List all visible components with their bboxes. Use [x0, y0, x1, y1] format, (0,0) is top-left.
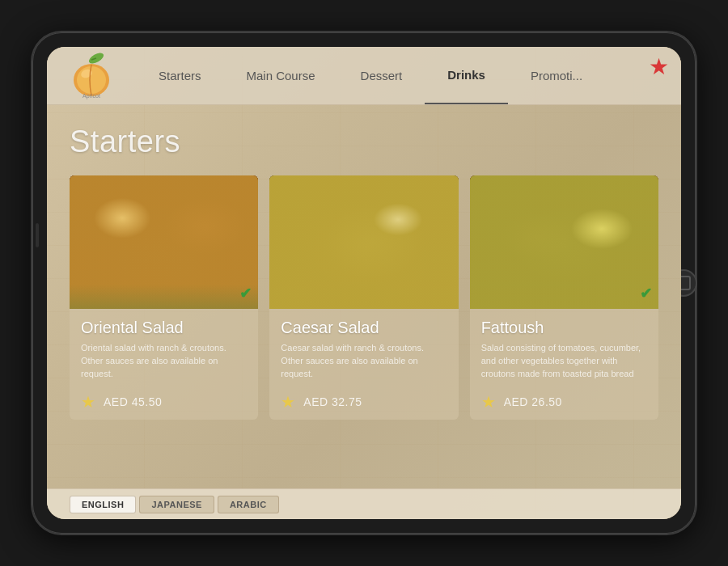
vegetarian-badge-1: ✔: [239, 285, 252, 302]
price-3: AED 26.50: [504, 395, 562, 408]
nav-item-drinks[interactable]: Drinks: [425, 47, 508, 104]
card-footer-3: ★ AED 26.50: [470, 384, 658, 420]
svg-text:Apricot: Apricot: [83, 93, 100, 99]
vegetarian-badge-3: ✔: [640, 285, 652, 302]
lang-english[interactable]: ENGLISH: [70, 496, 136, 513]
card-name-1: Oriental Salad: [81, 319, 247, 337]
card-footer-2: ★ AED 32.75: [269, 384, 458, 420]
lang-japanese[interactable]: JAPANESE: [139, 496, 214, 513]
nav-bar: Apricot Starters Main Course Dessert Dri…: [47, 47, 681, 105]
nav-item-dessert[interactable]: Dessert: [338, 47, 425, 104]
app-background: Apricot Starters Main Course Dessert Dri…: [47, 47, 681, 519]
side-button[interactable]: [36, 223, 39, 247]
card-body-3: Fattoush Salad consisting of tomatoes, c…: [470, 309, 658, 384]
card-name-2: Caesar Salad: [281, 319, 447, 337]
card-image-caesar-salad: [269, 175, 458, 309]
nav-item-starters[interactable]: Starters: [136, 47, 224, 104]
card-image-oriental-salad: ✔: [70, 175, 258, 309]
menu-card-oriental-salad: ✔ Oriental Salad Oriental salad with ran…: [70, 175, 258, 420]
favorite-star-3[interactable]: ★: [481, 392, 496, 412]
nav-items: Starters Main Course Dessert Drinks Prom…: [136, 47, 681, 104]
card-desc-3: Salad consisting of tomatoes, cucumber, …: [481, 342, 647, 384]
card-image-fattoush: ✔: [470, 175, 658, 309]
menu-card-fattoush: ✔ Fattoush Salad consisting of tomatoes,…: [470, 175, 658, 420]
card-body-2: Caesar Salad Caesar salad with ranch & c…: [269, 309, 458, 384]
language-bar: ENGLISH JAPANESE ARABIC: [47, 488, 681, 519]
logo-area: Apricot: [47, 47, 136, 105]
menu-card-caesar-salad: Caesar Salad Caesar salad with ranch & c…: [269, 175, 458, 420]
card-footer-1: ★ AED 45.50: [70, 384, 258, 420]
menu-cards-row: ✔ Oriental Salad Oriental salad with ran…: [70, 175, 658, 420]
card-desc-2: Caesar salad with ranch & croutons. Othe…: [281, 342, 447, 384]
nav-item-promotions[interactable]: Promoti...: [508, 47, 605, 104]
tablet-screen: Apricot Starters Main Course Dessert Dri…: [47, 47, 681, 519]
price-1: AED 45.50: [104, 395, 162, 408]
card-desc-1: Oriental salad with ranch & croutons. Ot…: [81, 342, 247, 384]
app-logo: Apricot: [66, 52, 118, 100]
content-area: Starters ✔: [47, 105, 681, 433]
price-2: AED 32.75: [303, 395, 362, 408]
lang-arabic[interactable]: ARABIC: [218, 496, 279, 513]
favorites-badge[interactable]: ★: [645, 53, 671, 79]
section-title: Starters: [70, 125, 658, 159]
card-name-3: Fattoush: [481, 319, 647, 337]
favorite-star-2[interactable]: ★: [281, 392, 295, 412]
tablet-frame: Apricot Starters Main Course Dessert Dri…: [32, 32, 696, 534]
favorite-star-1[interactable]: ★: [81, 392, 95, 412]
card-body-1: Oriental Salad Oriental salad with ranch…: [70, 309, 258, 384]
svg-point-3: [77, 66, 106, 94]
nav-item-main-course[interactable]: Main Course: [224, 47, 338, 104]
